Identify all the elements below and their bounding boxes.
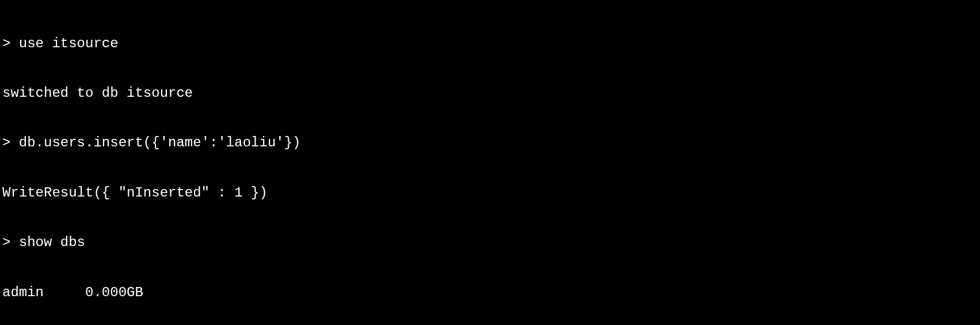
terminal-line: switched to db itsource (2, 85, 978, 102)
terminal-line: > db.users.insert({'name':'laoliu'}) (2, 135, 978, 152)
terminal-output[interactable]: > use itsource switched to db itsource >… (2, 2, 978, 325)
terminal-line: > use itsource (2, 36, 978, 52)
terminal-line: WriteResult({ "nInserted" : 1 }) (2, 185, 978, 202)
terminal-line: admin 0.000GB (2, 285, 978, 301)
terminal-line: > show dbs (2, 235, 978, 251)
